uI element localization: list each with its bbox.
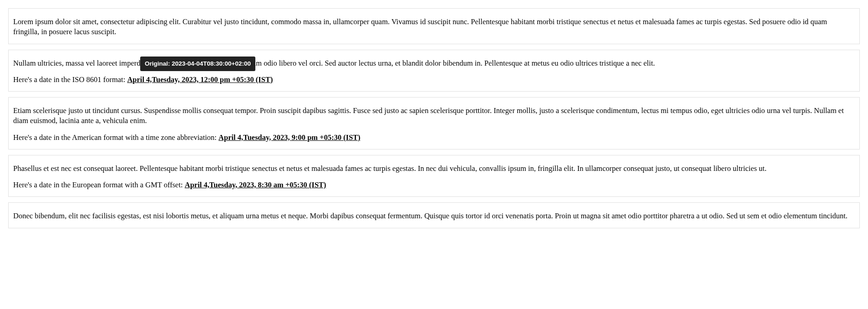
card-1: Lorem ipsum dolor sit amet, consectetur … xyxy=(8,8,860,44)
date-link-american[interactable]: April 4,Tuesday, 2023, 9:00 pm +05:30 (I… xyxy=(218,133,360,142)
card-4: Phasellus et est nec est consequat laore… xyxy=(8,155,860,197)
date-line: Here's a date in the European format wit… xyxy=(13,180,855,190)
date-prefix: Here's a date in the ISO 8601 format: xyxy=(13,75,127,84)
paragraph-text: Nullam ultricies, massa vel laoreet impe… xyxy=(13,58,855,68)
date-line: Here's a date in the ISO 8601 format: Ap… xyxy=(13,75,855,85)
card-2: Nullam ultricies, massa vel laoreet impe… xyxy=(8,50,860,92)
date-line: Here's a date in the American format wit… xyxy=(13,133,855,143)
card-5: Donec bibendum, elit nec facilisis egest… xyxy=(8,202,860,228)
date-link-iso[interactable]: April 4,Tuesday, 2023, 12:00 pm +05:30 (… xyxy=(127,75,273,84)
date-link-european[interactable]: April 4,Tuesday, 2023, 8:30 am +05:30 (I… xyxy=(185,180,326,189)
date-prefix: Here's a date in the European format wit… xyxy=(13,180,185,189)
paragraph-text: Phasellus et est nec est consequat laore… xyxy=(13,164,855,174)
date-prefix: Here's a date in the American format wit… xyxy=(13,133,218,142)
date-tooltip: Original: 2023-04-04T08:30:00+02:00 xyxy=(140,57,255,71)
paragraph-text: Donec bibendum, elit nec facilisis egest… xyxy=(13,211,855,221)
card-3: Etiam scelerisque justo ut tincidunt cur… xyxy=(8,97,860,149)
paragraph-text: Lorem ipsum dolor sit amet, consectetur … xyxy=(13,17,855,37)
paragraph-text: Etiam scelerisque justo ut tincidunt cur… xyxy=(13,106,855,126)
